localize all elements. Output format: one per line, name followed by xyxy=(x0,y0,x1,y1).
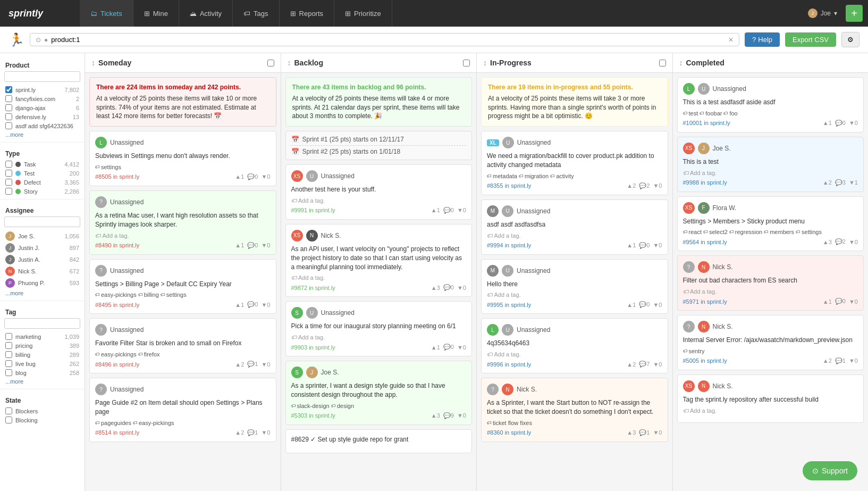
nav-prioritize[interactable]: ⊞ Prioritize xyxy=(334,0,392,27)
card-ip-5[interactable]: ? N Nick S. As a Sprinter, I want the St… xyxy=(481,378,668,442)
task-checkbox[interactable] xyxy=(5,161,12,168)
card-link-c1[interactable]: #10001 in sprint.ly xyxy=(683,120,730,126)
nav-activity[interactable]: ⛰ Activity xyxy=(179,0,233,27)
card-ip-4[interactable]: L U Unassigned 4q35634q6463 🏷 Add a tag.… xyxy=(481,318,668,373)
add-tag-c6[interactable]: 🏷 Add a tag. xyxy=(683,407,717,414)
sidebar-item-task[interactable]: Task 4,412 xyxy=(0,160,85,169)
add-tag-ip4[interactable]: 🏷 Add a tag. xyxy=(487,351,521,357)
card-someday-3[interactable]: ? Unassigned Settings > Billing Page > D… xyxy=(89,259,276,314)
card-link-ip5[interactable]: #8360 in sprint.ly xyxy=(487,429,531,436)
support-button[interactable]: ⊙ Support xyxy=(803,461,857,480)
defensive-checkbox[interactable] xyxy=(5,113,12,120)
card-link-s2[interactable]: #8490 in sprint.ly xyxy=(95,242,139,248)
story-checkbox[interactable] xyxy=(5,188,12,195)
tag-more[interactable]: ...more xyxy=(0,377,85,386)
settings-button[interactable]: ⚙ xyxy=(841,32,859,47)
add-tag-b2[interactable]: 🏷 Add a tag. xyxy=(291,274,325,281)
sidebar-tag-blog[interactable]: blog 258 xyxy=(0,368,85,377)
pricing-checkbox[interactable] xyxy=(5,342,12,349)
card-link-s1[interactable]: #8505 in sprint.ly xyxy=(95,173,139,180)
card-someday-5[interactable]: ? Unassigned Page Guide #2 on Item detai… xyxy=(89,378,276,442)
inprogress-select-all[interactable] xyxy=(659,60,666,66)
sidebar-state-blockers[interactable]: Blockers xyxy=(0,406,85,415)
nav-tags[interactable]: 🏷 Tags xyxy=(233,0,279,27)
card-completed-5[interactable]: ? N Nick S. Internal Server Error: /ajax… xyxy=(677,315,864,370)
add-button[interactable]: + xyxy=(846,5,863,22)
clear-icon[interactable]: ✕ xyxy=(728,36,734,44)
sidebar-tag-marketing[interactable]: marketing 1,039 xyxy=(0,332,85,341)
add-tag-b1[interactable]: 🏷 Add a tag. xyxy=(291,197,325,204)
test-checkbox[interactable] xyxy=(5,170,12,177)
sidebar-assignee-phuong[interactable]: P Phuong P. 593 xyxy=(0,277,85,289)
card-link-b1[interactable]: #9991 in sprint.ly xyxy=(291,207,335,213)
add-tag-ip3[interactable]: 🏷 Add a tag. xyxy=(487,292,521,298)
sidebar-item-django[interactable]: django-ajax 6 xyxy=(0,103,85,112)
billing-checkbox[interactable] xyxy=(5,351,12,358)
sidebar-item-defect[interactable]: Defect 3,365 xyxy=(0,178,85,187)
someday-sort-icon[interactable]: ↕ xyxy=(91,59,95,67)
backlog-sort-icon[interactable]: ↕ xyxy=(288,59,291,67)
card-someday-4[interactable]: ? Unassigned Favorite Filter Star is bro… xyxy=(89,318,276,373)
add-tag-s2[interactable]: 🏷 Add a tag. xyxy=(95,232,129,239)
help-button[interactable]: ? Help xyxy=(745,32,780,47)
fancyfixies-checkbox[interactable] xyxy=(5,95,12,102)
card-completed-2[interactable]: XS J Joe S. This is a test 🏷 Add a tag. … xyxy=(677,137,864,192)
card-ip-1[interactable]: XL U Unassigned We need a migration/back… xyxy=(481,131,668,195)
search-input[interactable] xyxy=(51,36,725,44)
nav-tickets[interactable]: 🗂 Tickets xyxy=(80,0,133,27)
backlog-select-all[interactable] xyxy=(463,60,470,66)
nav-reports[interactable]: ⊞ Reports xyxy=(280,0,335,27)
card-someday-2[interactable]: ? Unassigned As a retina Mac user, I wan… xyxy=(89,190,276,255)
card-link-s4[interactable]: #8496 in sprint.ly xyxy=(95,361,139,368)
card-completed-3[interactable]: XS F Flora W. Settings > Members > Stick… xyxy=(677,196,864,252)
card-backlog-1[interactable]: XS U Unassigned Another test here is you… xyxy=(285,164,473,220)
livebug-checkbox[interactable] xyxy=(5,360,12,367)
card-backlog-5[interactable]: #8629 ✓ Set up style guide repo for gran… xyxy=(285,429,473,453)
card-link-b2[interactable]: #9872 in sprint.ly xyxy=(291,285,335,291)
card-link-ip1[interactable]: #8355 in sprint.ly xyxy=(487,182,531,189)
add-tag-ip2[interactable]: 🏷 Add a tag. xyxy=(487,232,521,239)
user-menu[interactable]: J Joe ▾ xyxy=(804,6,841,20)
card-backlog-4[interactable]: S J Joe S. As a sprinter, I want a desig… xyxy=(285,361,473,425)
sidebar-assignee-justina[interactable]: J Justin A. 842 xyxy=(0,254,85,265)
card-link-b4[interactable]: #5303 in sprint.ly xyxy=(291,412,335,419)
card-link-s5[interactable]: #8514 in sprint.ly xyxy=(95,429,139,436)
card-ip-3[interactable]: M U Unassigned Hello there 🏷 Add a tag. … xyxy=(481,259,668,314)
sidebar-item-asdf[interactable]: asdf add sfg64232636 xyxy=(0,121,85,130)
asdf-checkbox[interactable] xyxy=(5,122,12,129)
sidebar-tag-billing[interactable]: billing 289 xyxy=(0,350,85,359)
card-backlog-3[interactable]: S U Unassigned Pick a time for our inaug… xyxy=(285,301,473,356)
marketing-checkbox[interactable] xyxy=(5,333,12,340)
blockers-checkbox[interactable] xyxy=(5,407,12,414)
assignee-search-input[interactable] xyxy=(4,217,80,227)
card-link-c3[interactable]: #9564 in sprint.ly xyxy=(683,239,727,245)
defect-checkbox[interactable] xyxy=(5,179,12,186)
card-link-s3[interactable]: #8495 in sprint.ly xyxy=(95,302,139,308)
product-more[interactable]: ...more xyxy=(0,130,85,139)
card-link-c5[interactable]: #5005 in sprint.ly xyxy=(683,357,727,364)
completed-sort-icon[interactable]: ↕ xyxy=(679,59,683,67)
card-link-ip2[interactable]: #9994 in sprint.ly xyxy=(487,242,531,248)
add-tag-b3[interactable]: 🏷 Add a tag. xyxy=(291,334,325,340)
blocking-checkbox[interactable] xyxy=(5,417,12,423)
sidebar-tag-livebug[interactable]: live bug 262 xyxy=(0,359,85,368)
card-completed-4[interactable]: ? N Nick S. Filter out bad characters fr… xyxy=(677,255,864,311)
card-backlog-2[interactable]: XS N Nick S. As an API user, I want velo… xyxy=(285,224,473,297)
sidebar-state-blocking[interactable]: Blocking xyxy=(0,415,85,425)
card-someday-1[interactable]: L Unassigned Subviews in Settings menu d… xyxy=(89,131,276,186)
sidebar-tag-pricing[interactable]: pricing 389 xyxy=(0,341,85,350)
someday-select-all[interactable] xyxy=(267,60,274,66)
sidebar-item-sprintly[interactable]: sprint.ly 7,802 xyxy=(0,85,85,94)
export-csv-button[interactable]: Export CSV xyxy=(785,32,836,47)
sidebar-assignee-justinj[interactable]: J Justin J. 897 xyxy=(0,242,85,254)
card-completed-6[interactable]: XS N Nick S. Tag the sprint.ly repositor… xyxy=(677,375,864,423)
blog-checkbox[interactable] xyxy=(5,369,12,376)
sidebar-item-fancyfixies[interactable]: fancyfixies.com 2 xyxy=(0,94,85,103)
sidebar-assignee-nick[interactable]: N Nick S. 672 xyxy=(0,265,85,277)
card-completed-1[interactable]: L U Unassigned This is a test asdfasdf a… xyxy=(677,77,864,132)
sidebar-item-story[interactable]: Story 2,286 xyxy=(0,187,85,196)
product-search-input[interactable] xyxy=(4,71,80,82)
add-tag-c2[interactable]: 🏷 Add a tag. xyxy=(683,170,717,176)
add-tag-c4[interactable]: 🏷 Add a tag. xyxy=(683,288,717,295)
card-link-b3[interactable]: #9903 in sprint.ly xyxy=(291,344,335,351)
